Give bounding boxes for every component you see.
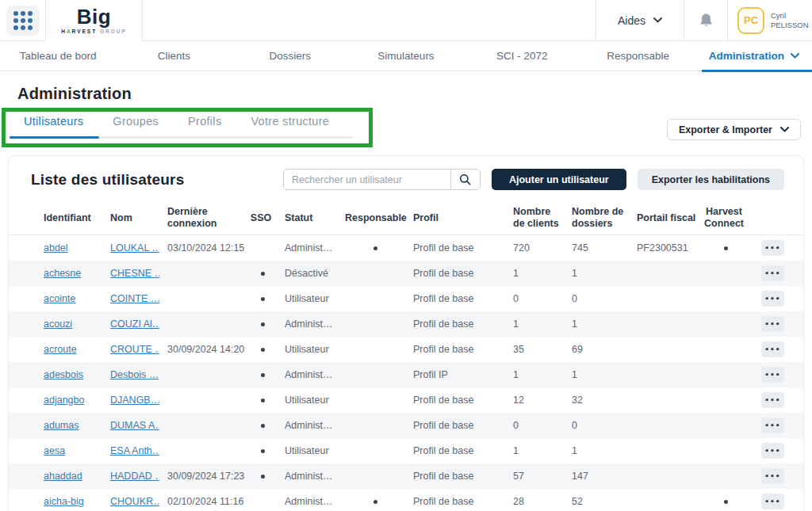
responsable-indicator	[345, 293, 405, 304]
table-row: aicha-big CHOUKR… 02/10/2024 11:16 Admin…	[9, 489, 803, 511]
notifications-button[interactable]	[684, 0, 727, 40]
last-connection-value: 03/10/2024 12:15	[159, 242, 248, 254]
export-import-button[interactable]: Exporter & Importer	[667, 119, 801, 140]
user-name-link[interactable]: COUZI Al…	[110, 318, 159, 330]
column-header-nombre-clients[interactable]: Nombre de clients	[505, 201, 564, 235]
dossiers-count: 0	[564, 420, 629, 431]
nav-item-administration[interactable]: Administration	[696, 50, 812, 62]
table-row: aesa ESA Anth… Utilisateur Profil de bas…	[9, 438, 803, 463]
responsable-indicator	[345, 242, 405, 254]
tab-votre-structure[interactable]: Votre structure	[251, 115, 329, 128]
user-menu[interactable]: PC Cyril PELISSON	[727, 0, 812, 40]
user-id-link[interactable]: acointe	[44, 293, 75, 304]
clients-count: 1	[505, 445, 564, 456]
user-id-link[interactable]: adjangbo	[44, 395, 84, 406]
user-id-link[interactable]: aesa	[44, 445, 65, 456]
column-header-profil[interactable]: Profil	[405, 208, 505, 229]
search-input[interactable]	[284, 170, 450, 189]
add-user-button[interactable]: Ajouter un utilisateur	[492, 169, 626, 190]
bell-icon	[699, 13, 714, 29]
status-value: Utilisateur	[277, 344, 345, 355]
row-actions-button[interactable]: •••	[761, 291, 784, 307]
table-body: abdel LOUKAL … 03/10/2024 12:15 Administ…	[9, 235, 803, 511]
user-name-link[interactable]: CROUTE …	[110, 344, 159, 355]
user-id-link[interactable]: achesne	[44, 268, 81, 279]
column-header-nombre-dossiers[interactable]: Nombre de dossiers	[564, 201, 629, 235]
status-value: Utilisateur	[277, 293, 345, 304]
user-id-link[interactable]: ahaddad	[44, 471, 82, 482]
search-button[interactable]	[450, 170, 480, 189]
column-header-identifiant[interactable]: Identifiant	[36, 208, 102, 229]
row-actions-button[interactable]: •••	[761, 494, 784, 509]
brand-logo[interactable]: Big HARVEST GROUP	[46, 0, 143, 40]
nav-item-simulateurs[interactable]: Simulateurs	[348, 50, 464, 62]
last-connection-value: 30/09/2024 14:20	[159, 344, 248, 355]
row-actions-button[interactable]: •••	[761, 367, 784, 383]
profile-value: Profil de base	[405, 445, 505, 456]
row-actions-button[interactable]: •••	[761, 240, 784, 256]
user-id-link[interactable]: acouzi	[44, 318, 72, 330]
row-actions-button[interactable]: •••	[761, 418, 784, 433]
tab-profils[interactable]: Profils	[188, 115, 221, 128]
user-name-link[interactable]: HADDAD …	[110, 471, 159, 482]
sso-indicator	[248, 369, 277, 380]
user-name-link[interactable]: LOUKAL …	[110, 242, 159, 254]
sso-dot-icon	[261, 272, 265, 276]
column-header-statut[interactable]: Statut	[277, 208, 345, 229]
nav-item-clients[interactable]: Clients	[116, 50, 232, 62]
clients-count: 35	[505, 344, 564, 355]
profile-value: Profil de base	[405, 268, 505, 279]
tab-groupes[interactable]: Groupes	[113, 115, 159, 128]
nav-item-responsable[interactable]: Responsable	[580, 50, 695, 62]
sso-indicator	[248, 242, 277, 254]
status-value: Désactivé	[277, 268, 345, 279]
nav-item-tableau-de-bord[interactable]: Tableau de bord	[0, 50, 116, 62]
row-actions-button[interactable]: •••	[761, 392, 784, 408]
user-name-link[interactable]: Desbois …	[110, 369, 159, 380]
user-name-link[interactable]: DUMAS A…	[110, 420, 159, 431]
harvest-connect-indicator	[700, 293, 751, 304]
column-header-harvest-connect[interactable]: Harvest Connect	[700, 201, 751, 235]
row-actions-button[interactable]: •••	[761, 468, 784, 484]
user-id-link[interactable]: abdel	[44, 242, 68, 254]
user-id-link[interactable]: adesbois	[44, 369, 83, 380]
user-id-link[interactable]: adumas	[44, 420, 79, 431]
user-id-link[interactable]: aicha-big	[44, 496, 84, 507]
column-header-derniere-connexion[interactable]: Dernière connexion	[159, 201, 248, 235]
row-actions-button[interactable]: •••	[761, 341, 784, 357]
sso-indicator	[248, 293, 277, 304]
harvest-connect-dot-icon	[724, 500, 728, 504]
last-connection-value: 02/10/2024 11:16	[159, 496, 248, 507]
user-name-link[interactable]: ESA Anth…	[110, 445, 159, 456]
row-actions-button[interactable]: •••	[761, 443, 784, 459]
tab-utilisateurs[interactable]: Utilisateurs	[24, 115, 83, 128]
column-header-nom[interactable]: Nom	[102, 208, 159, 229]
user-name-link[interactable]: DJANGB…	[110, 395, 159, 406]
app-launcher-button[interactable]	[0, 0, 46, 40]
last-connection-value: 30/09/2024 17:23	[159, 471, 248, 482]
user-name-link[interactable]: CHESNE …	[110, 268, 159, 279]
logo-subtext: HARVEST GROUP	[61, 29, 127, 34]
table-row: adumas DUMAS A… Administ… Profil de base…	[9, 413, 803, 438]
column-header-responsable[interactable]: Responsable	[345, 208, 405, 229]
nav-item-dossiers[interactable]: Dossiers	[232, 50, 348, 62]
sso-dot-icon	[261, 322, 265, 326]
sso-indicator	[248, 318, 277, 330]
harvest-connect-indicator	[700, 496, 751, 507]
harvest-connect-indicator	[700, 445, 751, 456]
help-menu[interactable]: Aides	[596, 0, 684, 40]
row-actions-button[interactable]: •••	[761, 265, 784, 281]
export-permissions-button[interactable]: Exporter les habilitations	[638, 169, 784, 190]
column-header-portail-fiscal[interactable]: Portail fiscal	[629, 208, 700, 229]
nav-item-sci-2072[interactable]: SCI - 2072	[464, 50, 580, 62]
responsable-indicator	[345, 420, 405, 431]
harvest-connect-indicator	[700, 268, 751, 279]
row-actions-button[interactable]: •••	[761, 316, 784, 332]
column-header-sso[interactable]: SSO	[248, 208, 277, 229]
user-id-link[interactable]: acroute	[44, 344, 77, 355]
logo-text: Big	[77, 6, 111, 27]
user-name-link[interactable]: COINTE …	[110, 293, 159, 304]
responsable-indicator	[345, 395, 405, 406]
user-name-link[interactable]: CHOUKR…	[110, 496, 159, 507]
top-header: Big HARVEST GROUP Aides PC Cyril PELISSO…	[0, 0, 812, 41]
